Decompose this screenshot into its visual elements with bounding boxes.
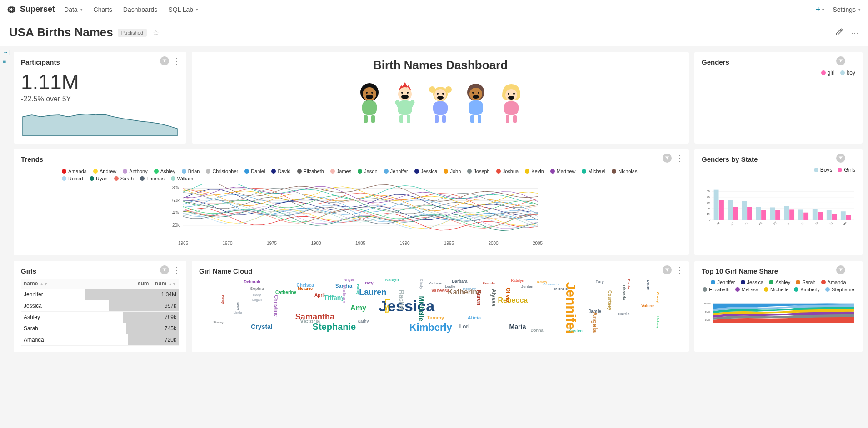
filter-scope-icon[interactable] (160, 56, 169, 65)
nav-settings[interactable]: Settings (833, 6, 861, 13)
legend-item[interactable]: Sarah (796, 279, 815, 285)
cloud-word[interactable]: Jamie (589, 309, 601, 314)
legend-item[interactable]: Amanda (62, 169, 87, 174)
cloud-word[interactable]: Sophia (250, 286, 264, 291)
card-more-icon[interactable]: ⋮ (173, 57, 181, 65)
cloud-word[interactable]: Cheryl (655, 292, 659, 304)
cloud-word[interactable]: Kaitlyn (385, 279, 399, 282)
cloud-word[interactable]: Tracy (363, 281, 374, 285)
filter-scope-icon[interactable] (836, 154, 845, 163)
brand-logo[interactable]: Superset (7, 5, 55, 15)
cloud-word[interactable]: Melanie (298, 286, 313, 291)
filter-scope-icon[interactable] (663, 265, 672, 274)
legend-item[interactable]: Elizabeth (703, 287, 729, 292)
cloud-word[interactable]: Kelsey (655, 316, 659, 328)
legend-item[interactable]: Kimberly (794, 287, 820, 292)
cloud-word[interactable]: Deborah (244, 279, 261, 284)
legend-item[interactable]: Joseph (467, 169, 489, 174)
filter-scope-icon[interactable] (836, 265, 845, 274)
legend-item[interactable]: Boys (814, 167, 833, 173)
cloud-word[interactable]: Lisa (383, 299, 391, 313)
cloud-word[interactable]: Kristen (569, 328, 583, 333)
cloud-word[interactable]: Maria (509, 323, 526, 330)
legend-item[interactable]: Anthony (123, 169, 147, 174)
cloud-word[interactable]: Katelyn (511, 279, 524, 282)
table-row[interactable]: Jessica997k (21, 300, 179, 312)
legend-item[interactable]: Matthew (550, 169, 576, 174)
cloud-word[interactable]: Carrie (618, 312, 630, 316)
nav-charts[interactable]: Charts (94, 6, 112, 13)
cloud-word[interactable]: Michele (554, 286, 568, 290)
legend-item[interactable]: girl (821, 70, 835, 76)
legend-item[interactable]: Stephanie (825, 287, 854, 292)
filter-icon[interactable]: ≡ (3, 58, 10, 65)
cloud-word[interactable]: Terry (596, 280, 604, 283)
legend-item[interactable]: Robert (62, 176, 83, 181)
cloud-word[interactable]: Karen (476, 290, 482, 305)
legend-item[interactable]: Ashley (154, 169, 175, 174)
cloud-word[interactable]: Tammy (427, 315, 444, 320)
legend-item[interactable]: Amanda (821, 279, 846, 285)
card-more-icon[interactable]: ⋮ (849, 154, 857, 162)
legend-item[interactable]: Elizabeth (297, 169, 324, 174)
legend-item[interactable]: Jennifer (384, 169, 408, 174)
filter-scope-icon[interactable] (160, 265, 169, 274)
filter-scope-icon[interactable] (663, 154, 672, 163)
cloud-word[interactable]: Valerie (641, 304, 654, 308)
legend-item[interactable]: boy (840, 70, 855, 76)
nav-dashboards[interactable]: Dashboards (123, 6, 158, 13)
card-more-icon[interactable]: ⋮ (675, 266, 683, 274)
cloud-word[interactable]: Hailey (356, 284, 360, 295)
legend-item[interactable]: Jennifer (711, 279, 735, 285)
filter-scope-icon[interactable] (836, 56, 845, 65)
expand-icon[interactable]: →| (3, 49, 10, 55)
card-more-icon[interactable]: ⋮ (849, 57, 857, 65)
legend-item[interactable]: Ryan (90, 176, 108, 181)
cloud-word[interactable]: Linda (234, 311, 242, 314)
legend-item[interactable]: William (171, 176, 193, 181)
legend-item[interactable]: Ashley (769, 279, 790, 285)
cloud-word[interactable]: Alyssa (490, 289, 497, 307)
nav-sqllab[interactable]: SQL Lab (168, 6, 198, 13)
table-row[interactable]: Ashley789k (21, 312, 179, 323)
legend-item[interactable]: Kevin (525, 169, 544, 174)
cloud-word[interactable]: Kelly (235, 301, 239, 310)
table-row[interactable]: Sarah745k (21, 323, 179, 334)
favorite-star-icon[interactable]: ☆ (152, 28, 160, 38)
legend-item[interactable]: Girls (838, 167, 855, 173)
legend-item[interactable]: Jessica (741, 279, 764, 285)
cloud-word[interactable]: Jordan (521, 284, 534, 288)
cloud-word[interactable]: Christine (274, 295, 279, 317)
legend-item[interactable]: Melissa (735, 287, 758, 292)
cloud-word[interactable]: Kathryn (429, 281, 442, 285)
legend-item[interactable]: Christopher (206, 169, 238, 174)
legend-item[interactable]: Jason (358, 169, 377, 174)
legend-item[interactable]: Daniel (244, 169, 265, 174)
cloud-word[interactable]: Paula (627, 279, 631, 289)
nav-data[interactable]: Data (64, 6, 83, 13)
cloud-word[interactable]: Logan (252, 298, 262, 301)
card-more-icon[interactable]: ⋮ (173, 266, 181, 274)
cloud-word[interactable]: Vanessa (431, 288, 449, 293)
cloud-word[interactable]: Brenda (482, 281, 495, 285)
table-row[interactable]: Jennifer1.34M (21, 289, 179, 300)
table-row[interactable]: Amanda720k (21, 334, 179, 346)
cloud-word[interactable]: Amy (350, 304, 366, 312)
status-badge[interactable]: Published (118, 29, 147, 37)
dashboard-more-icon[interactable]: ⋯ (851, 29, 859, 37)
cloud-word[interactable]: Kathy (358, 319, 369, 323)
cloud-word[interactable]: Matthew (463, 287, 476, 290)
legend-item[interactable]: Nicholas (612, 169, 637, 174)
col-name[interactable]: name▲▼ (21, 279, 85, 289)
cloud-word[interactable]: Diane (646, 280, 650, 290)
legend-item[interactable]: Michelle (764, 287, 788, 292)
edit-dashboard-icon[interactable] (835, 28, 843, 37)
cloud-word[interactable]: Catherine (275, 290, 296, 295)
cloud-word[interactable]: Rachel (398, 290, 405, 311)
legend-item[interactable]: James (330, 169, 351, 174)
cloud-word[interactable]: Michelle (418, 296, 425, 321)
legend-item[interactable]: Brian (182, 169, 200, 174)
cloud-word[interactable]: Angel (344, 279, 354, 282)
cloud-word[interactable]: Tammy (536, 280, 547, 284)
col-sum[interactable]: sum__num▲▼ (85, 279, 179, 289)
